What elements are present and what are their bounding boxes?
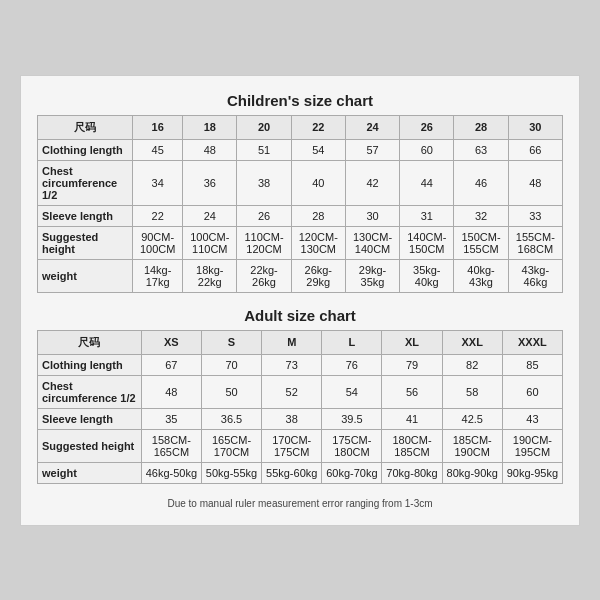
cell-value: 175CM-180CM bbox=[322, 429, 382, 462]
col-header: XXXL bbox=[502, 330, 562, 354]
col-header: M bbox=[262, 330, 322, 354]
cell-value: 60 bbox=[502, 375, 562, 408]
cell-value: 100CM-110CM bbox=[183, 226, 237, 259]
cell-value: 38 bbox=[237, 160, 291, 205]
col-header: XS bbox=[141, 330, 201, 354]
row-label: Suggested height bbox=[38, 429, 142, 462]
cell-value: 158CM-165CM bbox=[141, 429, 201, 462]
table-row: Suggested height158CM-165CM165CM-170CM17… bbox=[38, 429, 563, 462]
cell-value: 54 bbox=[291, 139, 345, 160]
cell-value: 48 bbox=[183, 139, 237, 160]
cell-value: 120CM-130CM bbox=[291, 226, 345, 259]
cell-value: 39.5 bbox=[322, 408, 382, 429]
cell-value: 73 bbox=[262, 354, 322, 375]
col-header: 26 bbox=[400, 115, 454, 139]
col-header: 30 bbox=[508, 115, 562, 139]
cell-value: 35kg-40kg bbox=[400, 259, 454, 292]
cell-value: 48 bbox=[141, 375, 201, 408]
cell-value: 40kg-43kg bbox=[454, 259, 508, 292]
table-row: Chest circumference 1/248505254565860 bbox=[38, 375, 563, 408]
cell-value: 22kg-26kg bbox=[237, 259, 291, 292]
measurement-note: Due to manual ruler measurement error ra… bbox=[37, 498, 563, 509]
cell-value: 170CM-175CM bbox=[262, 429, 322, 462]
table-row: weight46kg-50kg50kg-55kg55kg-60kg60kg-70… bbox=[38, 462, 563, 483]
cell-value: 180CM-185CM bbox=[382, 429, 442, 462]
col-header: 28 bbox=[454, 115, 508, 139]
cell-value: 26kg-29kg bbox=[291, 259, 345, 292]
cell-value: 76 bbox=[322, 354, 382, 375]
cell-value: 57 bbox=[345, 139, 399, 160]
cell-value: 45 bbox=[133, 139, 183, 160]
cell-value: 41 bbox=[382, 408, 442, 429]
table-row: Sleeve length2224262830313233 bbox=[38, 205, 563, 226]
cell-value: 36.5 bbox=[201, 408, 261, 429]
cell-value: 90CM-100CM bbox=[133, 226, 183, 259]
cell-value: 46 bbox=[454, 160, 508, 205]
table-row: weight14kg-17kg18kg-22kg22kg-26kg26kg-29… bbox=[38, 259, 563, 292]
cell-value: 80kg-90kg bbox=[442, 462, 502, 483]
cell-value: 46kg-50kg bbox=[141, 462, 201, 483]
col-header: 20 bbox=[237, 115, 291, 139]
cell-value: 90kg-95kg bbox=[502, 462, 562, 483]
cell-value: 110CM-120CM bbox=[237, 226, 291, 259]
table-row: Sleeve length3536.53839.54142.543 bbox=[38, 408, 563, 429]
cell-value: 29kg-35kg bbox=[345, 259, 399, 292]
cell-value: 42.5 bbox=[442, 408, 502, 429]
col-header: 尺码 bbox=[38, 330, 142, 354]
table-row: Clothing length67707376798285 bbox=[38, 354, 563, 375]
cell-value: 14kg-17kg bbox=[133, 259, 183, 292]
adult-chart-title: Adult size chart bbox=[37, 307, 563, 324]
children-size-table: 尺码1618202224262830 Clothing length454851… bbox=[37, 115, 563, 293]
cell-value: 31 bbox=[400, 205, 454, 226]
cell-value: 30 bbox=[345, 205, 399, 226]
cell-value: 18kg-22kg bbox=[183, 259, 237, 292]
row-label: weight bbox=[38, 259, 133, 292]
cell-value: 82 bbox=[442, 354, 502, 375]
row-label: Suggested height bbox=[38, 226, 133, 259]
cell-value: 67 bbox=[141, 354, 201, 375]
col-header: 18 bbox=[183, 115, 237, 139]
cell-value: 70kg-80kg bbox=[382, 462, 442, 483]
cell-value: 26 bbox=[237, 205, 291, 226]
cell-value: 44 bbox=[400, 160, 454, 205]
row-label: Chest circumference 1/2 bbox=[38, 160, 133, 205]
table-row: Suggested height90CM-100CM100CM-110CM110… bbox=[38, 226, 563, 259]
cell-value: 40 bbox=[291, 160, 345, 205]
cell-value: 60kg-70kg bbox=[322, 462, 382, 483]
cell-value: 165CM-170CM bbox=[201, 429, 261, 462]
col-header: 16 bbox=[133, 115, 183, 139]
table-row: Chest circumference 1/23436384042444648 bbox=[38, 160, 563, 205]
col-header: L bbox=[322, 330, 382, 354]
cell-value: 38 bbox=[262, 408, 322, 429]
cell-value: 150CM-155CM bbox=[454, 226, 508, 259]
row-label: Sleeve length bbox=[38, 408, 142, 429]
cell-value: 50 bbox=[201, 375, 261, 408]
cell-value: 130CM-140CM bbox=[345, 226, 399, 259]
col-header: S bbox=[201, 330, 261, 354]
cell-value: 140CM-150CM bbox=[400, 226, 454, 259]
cell-value: 56 bbox=[382, 375, 442, 408]
row-label: Clothing length bbox=[38, 139, 133, 160]
cell-value: 54 bbox=[322, 375, 382, 408]
row-label: Chest circumference 1/2 bbox=[38, 375, 142, 408]
cell-value: 51 bbox=[237, 139, 291, 160]
cell-value: 34 bbox=[133, 160, 183, 205]
row-label: Sleeve length bbox=[38, 205, 133, 226]
col-header: XL bbox=[382, 330, 442, 354]
col-header: XXL bbox=[442, 330, 502, 354]
cell-value: 32 bbox=[454, 205, 508, 226]
cell-value: 48 bbox=[508, 160, 562, 205]
cell-value: 43 bbox=[502, 408, 562, 429]
cell-value: 190CM-195CM bbox=[502, 429, 562, 462]
col-header: 尺码 bbox=[38, 115, 133, 139]
cell-value: 79 bbox=[382, 354, 442, 375]
col-header: 22 bbox=[291, 115, 345, 139]
cell-value: 43kg-46kg bbox=[508, 259, 562, 292]
cell-value: 22 bbox=[133, 205, 183, 226]
children-chart-title: Children's size chart bbox=[37, 92, 563, 109]
row-label: weight bbox=[38, 462, 142, 483]
cell-value: 33 bbox=[508, 205, 562, 226]
cell-value: 70 bbox=[201, 354, 261, 375]
row-label: Clothing length bbox=[38, 354, 142, 375]
cell-value: 28 bbox=[291, 205, 345, 226]
